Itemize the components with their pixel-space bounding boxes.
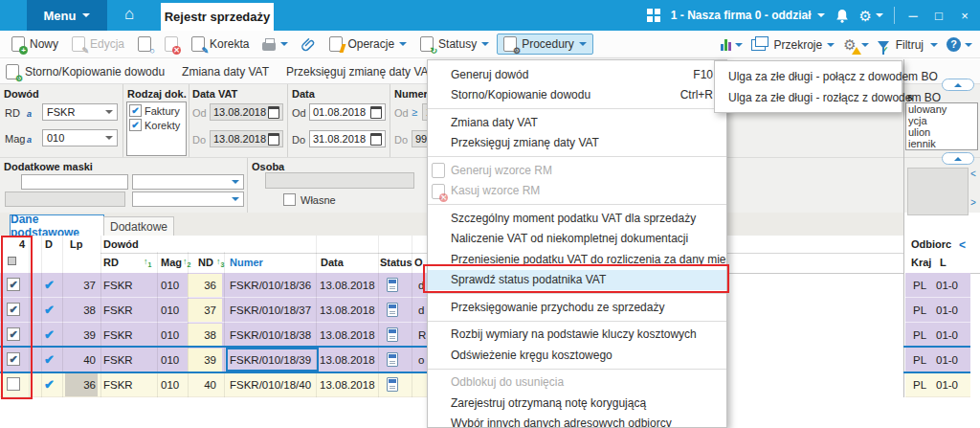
operacje-button[interactable]: Operacje [323,34,412,55]
menu-item-storno[interactable]: Storno/Kopiowanie dowodu Ctrl+R [428,85,726,106]
row-select-checkbox[interactable]: ✔ [7,352,20,366]
minimize-button[interactable]: ─ [905,9,921,23]
data-vat-od-field[interactable]: 13.08.2018 [210,103,283,121]
menu-item-przeniesienie-podatku[interactable]: Przeniesienie podatku VAT do rozliczenia… [428,249,726,270]
menu-item-ulga-polacz[interactable]: Ulga za złe długi - połącz z dowodem BO [715,66,902,87]
data-vat-do-field[interactable]: 13.08.2018 [210,130,283,147]
przeksieguj-button[interactable]: Przeksięguj zmianę daty VAT [286,65,434,79]
col-kraj-header[interactable]: Kraj [911,257,931,268]
preview-button[interactable]: ○ [132,34,157,55]
filtruj-button[interactable]: ✓ Filtruj [878,38,938,52]
maska-input-2[interactable] [5,191,125,207]
menu-item-generuj-dowod[interactable]: Generuj dowód F10 [428,64,726,85]
menu-item-odblokuj[interactable]: Odblokuj do usunięcia [428,372,726,394]
close-button[interactable]: × [957,9,972,23]
menu-item-przeksieguj-zmiane[interactable]: Przeksięguj zmianę daty VAT [428,133,726,154]
data-do-field[interactable]: 31.08.2018 [309,130,386,147]
row-select-checkbox[interactable]: ✔ [7,278,20,291]
col-opis-header[interactable]: O [414,257,423,268]
maska-select-2[interactable] [132,191,244,207]
col-mag-header[interactable]: Mag [161,257,182,268]
tab-rejestr-sprzedazy[interactable]: Rejestr sprzedaży [161,3,274,31]
col-lp-header[interactable]: Lp [70,238,82,250]
table-settings-button[interactable]: ⚙ [843,36,868,54]
row-select-checkbox[interactable] [7,377,20,391]
faktury-option[interactable]: ✔ Faktury [127,102,186,117]
list-item[interactable]: ulion [906,126,977,138]
col-numer-header[interactable]: Numer [230,257,263,268]
menu-item-zmiana-daty-vat[interactable]: Zmiana daty VAT [428,112,726,133]
mag-select[interactable]: 010 [42,129,118,146]
menu-item-kasuj-wzorce-rm[interactable]: ✕ Kasuj wzorce RM [428,181,726,202]
main-menu-button[interactable]: Menu [27,0,107,31]
row-select-checkbox[interactable]: ✔ [7,303,20,316]
statusy-button[interactable]: ↻ Statusy [414,34,495,55]
attachments-button[interactable] [296,34,322,55]
new-button[interactable]: + Nowy [6,34,64,55]
col-data-header[interactable]: Data [321,257,344,268]
help-button[interactable]: ? [947,37,972,52]
list-item[interactable]: iennik [906,138,977,149]
menu-item-naliczenie-vat[interactable]: Naliczenie VAT od niekompletnej dokument… [428,229,726,250]
data-od-field[interactable]: 01.08.2018 [309,103,386,121]
menu-item-rozbij-wymiary[interactable]: Rozbij wymiary na podstawie kluczy koszt… [428,325,726,346]
list-item[interactable]: ycja [906,115,977,126]
wlasne-checkbox[interactable] [283,193,296,206]
table-row-right[interactable]: PL 01-0 [905,273,970,298]
print-button[interactable] [256,35,294,54]
table-row-right[interactable]: PL 01-0 [905,323,970,348]
scroll-left-icon[interactable]: < [970,169,976,179]
menu-item-zarejestruj-note[interactable]: Zarejestruj otrzymaną notę korygującą [428,393,726,414]
edit-button[interactable]: ✎ Edycja [66,34,130,55]
osoba-input[interactable] [265,172,414,189]
col-d-header[interactable]: D [45,238,53,250]
menu-item-szczegolny-moment[interactable]: Szczególny moment podatku VAT dla sprzed… [428,208,726,229]
col-rd-header[interactable]: RD [103,257,119,268]
maska-select-1[interactable] [132,174,244,190]
scroll-right-icon[interactable]: > [970,197,976,208]
company-selector[interactable]: 1 - Nasza firma 0 - oddział [671,9,825,22]
col-nd-header[interactable]: ND [198,257,213,268]
tab-dane-podstawowe[interactable]: Dane podstawowe [10,214,104,237]
rd-select[interactable]: FSKR [42,103,118,121]
table-row[interactable]: ✔ 36 FSKR 010 40 FSKR/010/18/40 13.08.20… [0,372,427,397]
row-select-checkbox[interactable]: ✔ [7,327,20,341]
menu-item-ulga-rozlacz[interactable]: Ulga za złe długi - rozłącz z dowodem BO [715,87,902,108]
bell-icon[interactable] [835,9,849,23]
table-row[interactable]: ✔ ✔ 37 FSKR 010 36 FSKR/010/18/36 13.08.… [0,273,427,298]
home-icon[interactable]: ⌂ [124,5,134,24]
storno-button[interactable]: ⚙ Storno/Kopiowanie dowodu [6,64,165,79]
menu-item-sprawdz-status-podatnika[interactable]: Sprawdź status podatnika VAT [428,270,726,291]
table-row-right[interactable]: PL 01-0 [905,372,970,397]
table-row-right[interactable]: PL 01-0 [905,348,970,372]
select-all-checkbox[interactable] [8,257,16,265]
korekta-button[interactable]: ✎ Korekta [186,34,255,55]
procedury-button[interactable]: ⚙ Procedury [497,34,593,55]
korekty-option[interactable]: ✔ Korekty [127,117,186,131]
current-row-border-bottom [903,372,970,373]
menu-item-przeksiegowanie-przychodu[interactable]: Przeksięgowanie przychodu ze sprzedaży [428,297,726,318]
table-row-right[interactable]: PL 01-0 [905,298,970,323]
tab-dodatkowe[interactable]: Dodatkowe [103,216,174,237]
delete-button[interactable]: ✕ [159,34,184,55]
maska-input-1[interactable] [21,174,128,190]
col-status-header[interactable]: Status [380,257,412,268]
korekty-label: Korekty [145,120,180,131]
chart-button[interactable] [721,38,743,51]
collapse-up-button[interactable] [942,152,974,165]
col-l-header[interactable]: L [940,257,947,268]
collapse-up-button[interactable] [942,79,974,91]
apps-grid-icon[interactable] [647,9,660,22]
maximize-button[interactable]: □ [931,9,947,23]
menu-item-odswiezenie-kregu[interactable]: Odświeżenie kręgu kosztowego [428,345,726,366]
table-row-current[interactable]: ✔ ✔ 40 FSKR 010 39 FSKR/010/18/39 13.08.… [0,348,427,372]
table-row[interactable]: ✔ ✔ 38 FSKR 010 37 FSKR/010/18/37 13.08.… [0,298,427,323]
list-item[interactable]: ulowany [906,103,977,115]
table-row[interactable]: ✔ ✔ 39 FSKR 010 38 FSKR/010/18/38 13.08.… [0,323,427,348]
menu-item-wybor-danych-adresowych[interactable]: Wybór innych danych adresowych odbiorcy [428,414,726,428]
zmiana-daty-vat-button[interactable]: Zmiana daty VAT [182,65,269,79]
menu-item-generuj-wzorce-rm[interactable]: Generuj wzorce RM [428,160,726,181]
pane-collapse-left-icon[interactable]: < [959,238,966,252]
przekroje-button[interactable]: Przekroje [751,38,835,52]
settings-menu[interactable]: ⚙ [859,9,883,23]
